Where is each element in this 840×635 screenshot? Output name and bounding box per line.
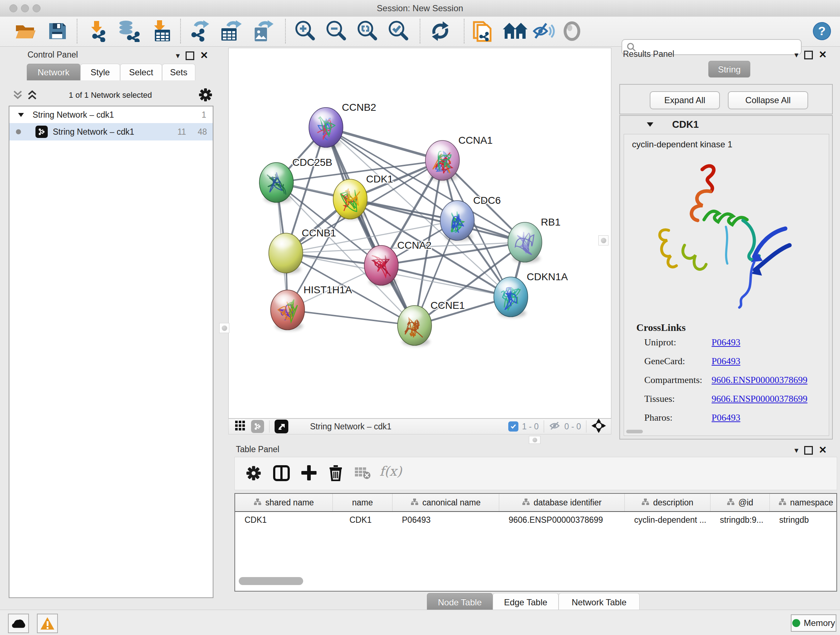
show-all-icon[interactable]	[563, 19, 581, 43]
first-neighbors-icon[interactable]	[502, 19, 528, 43]
panel-menu-icon[interactable]: ▾	[176, 52, 180, 60]
column-type-icon	[254, 498, 262, 508]
left-splitter-handle[interactable]	[219, 323, 229, 333]
column-header-namespace[interactable]: namespace	[770, 494, 840, 511]
tab-network[interactable]: Network	[27, 64, 80, 80]
panel-close-icon[interactable]: ✕	[819, 50, 827, 60]
warnings-button[interactable]	[37, 614, 58, 633]
zoom-fit-icon[interactable]	[356, 19, 378, 43]
memory-button[interactable]: Memory	[791, 614, 836, 632]
import-table-file-icon[interactable]	[150, 19, 171, 43]
zoom-selected-icon[interactable]	[387, 19, 409, 43]
panel-close-icon[interactable]: ✕	[819, 445, 827, 455]
network-node-CDKN1A[interactable]	[494, 277, 528, 317]
warning-icon	[40, 616, 55, 630]
export-table-icon[interactable]	[219, 19, 242, 43]
column-header-label: canonical name	[422, 498, 480, 508]
collapse-triangle-icon[interactable]	[646, 121, 654, 128]
panel-menu-icon[interactable]: ▾	[794, 51, 798, 59]
column-header-description[interactable]: description	[625, 494, 711, 511]
delete-column-trash-icon[interactable]	[328, 464, 343, 483]
network-row-selected[interactable]: String Network – cdk1 11 48	[9, 123, 213, 141]
help-icon[interactable]: ?	[813, 19, 831, 43]
expand-all-button[interactable]: Expand All	[650, 91, 720, 109]
column-header-shared-name[interactable]: shared name	[235, 494, 333, 511]
network-node-CCNA2[interactable]	[364, 245, 398, 285]
collapse-all-button[interactable]: Collapse All	[728, 91, 808, 109]
crosslink-link[interactable]: 9606.ENSP00000378699	[712, 375, 807, 386]
network-node-CDK1[interactable]	[333, 179, 367, 219]
column-header-database-identifier[interactable]: database identifier	[499, 494, 625, 511]
panel-menu-icon[interactable]: ▾	[794, 447, 798, 454]
crosslink-link[interactable]: P06493	[712, 356, 740, 367]
network-node-CCNE1[interactable]	[398, 306, 431, 345]
column-header-canonical-name[interactable]: canonical name	[393, 494, 499, 511]
network-node-HIST1H1A[interactable]	[271, 290, 305, 330]
tab-edge-table[interactable]: Edge Table	[493, 593, 559, 611]
cloud-status-button[interactable]	[8, 614, 29, 633]
crosslink-label: Compartments:	[644, 375, 712, 386]
tab-select[interactable]: Select	[120, 64, 162, 80]
selected-checkbox-icon[interactable]	[508, 421, 518, 432]
crosslink-link[interactable]: P06493	[712, 337, 740, 348]
panel-float-icon[interactable]	[186, 51, 194, 60]
right-splitter-handle[interactable]	[598, 235, 608, 245]
column-header-name[interactable]: name	[333, 494, 393, 511]
hide-selected-icon[interactable]	[532, 19, 555, 43]
export-image-icon[interactable]	[253, 19, 274, 43]
network-options-gear-icon[interactable]	[198, 88, 213, 103]
zoom-in-icon[interactable]	[294, 19, 316, 43]
panel-close-icon[interactable]: ✕	[200, 51, 208, 60]
network-canvas[interactable]: CCNB2CCNA1CDC25BCDK1CDC6RB1CCNB1CCNA2CDK…	[228, 48, 611, 418]
collapse-all-networks-icon[interactable]	[12, 90, 23, 103]
expand-all-networks-icon[interactable]	[27, 90, 38, 103]
table-settings-gear-icon[interactable]	[246, 465, 262, 483]
export-network-icon[interactable]	[189, 19, 210, 43]
zoom-out-icon[interactable]	[325, 19, 347, 43]
show-columns-icon[interactable]	[273, 465, 290, 483]
birds-eye-view-icon[interactable]	[592, 418, 606, 434]
tab-node-table[interactable]: Node Table	[427, 593, 493, 611]
new-network-from-selection-icon[interactable]	[472, 19, 493, 43]
crosslink-link[interactable]: P06493	[712, 412, 740, 423]
network-node-CCNB1[interactable]	[269, 233, 303, 273]
import-network-database-icon[interactable]	[117, 19, 141, 43]
network-node-CDC6[interactable]	[440, 201, 474, 241]
panel-float-icon[interactable]	[804, 446, 813, 455]
network-graph[interactable]: CCNB2CCNA1CDC25BCDK1CDC6RB1CCNB1CCNA2CDK…	[229, 48, 611, 418]
save-session-icon[interactable]	[47, 19, 67, 43]
table-hscroll-thumb[interactable]	[239, 577, 303, 585]
collapse-triangle-icon[interactable]	[17, 112, 25, 118]
results-hscroll-thumb[interactable]	[626, 430, 643, 433]
column-type-icon	[411, 498, 418, 508]
tab-string[interactable]: String	[708, 61, 750, 78]
add-column-icon[interactable]	[301, 464, 317, 483]
table-row[interactable]: CDK1CDK1P064939606.ENSP00000378699cyclin…	[235, 512, 836, 528]
tab-sets[interactable]: Sets	[162, 64, 195, 80]
delete-table-icon[interactable]	[355, 467, 371, 481]
network-collection-row[interactable]: String Network – cdk1 1	[9, 106, 213, 123]
main-toolbar: ?	[0, 17, 840, 47]
import-network-file-icon[interactable]	[87, 19, 108, 43]
function-builder-icon[interactable]: f(x)	[379, 464, 402, 478]
crosslink-row: Compartments:9606.ENSP00000378699	[644, 375, 829, 386]
column-header--id[interactable]: @id	[711, 494, 770, 511]
network-node-CDC25B[interactable]	[259, 163, 294, 203]
hidden-eye-icon[interactable]	[549, 421, 561, 432]
network-node-CCNB2[interactable]	[309, 108, 343, 147]
detach-view-icon[interactable]	[275, 420, 288, 433]
bottom-splitter-handle[interactable]	[529, 436, 540, 444]
crosslink-link[interactable]: 9606.ENSP00000378699	[712, 394, 807, 404]
tab-network-table[interactable]: Network Table	[559, 593, 639, 611]
gene-section-header[interactable]: CDK1	[620, 116, 832, 133]
tab-style[interactable]: Style	[80, 64, 120, 80]
open-session-icon[interactable]	[14, 19, 37, 43]
column-header-label: database identifier	[534, 498, 602, 508]
panel-float-icon[interactable]	[804, 51, 813, 59]
grid-view-icon[interactable]	[234, 420, 246, 433]
node-count: 11	[178, 127, 186, 137]
network-overview-icon[interactable]	[251, 420, 264, 433]
refresh-layout-icon[interactable]	[430, 19, 451, 43]
network-node-RB1[interactable]	[508, 222, 542, 262]
network-node-CCNA1[interactable]	[425, 141, 459, 180]
